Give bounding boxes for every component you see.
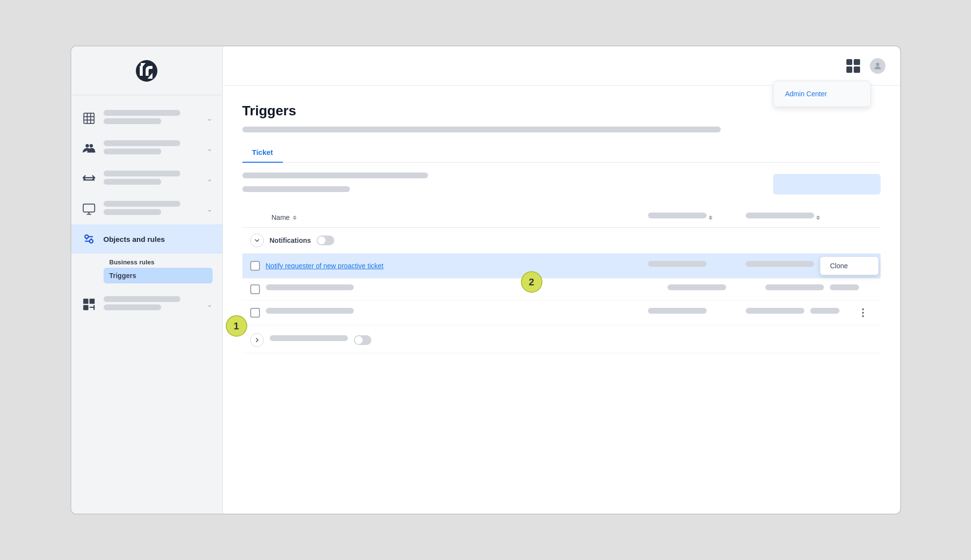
annotation-1: 1 bbox=[226, 315, 247, 337]
sidebar-nav: ⌄ ⌄ bbox=[71, 95, 222, 514]
sidebar-item-objects[interactable]: Objects and rules bbox=[71, 224, 222, 254]
channels-icon bbox=[81, 171, 97, 187]
header-col2 bbox=[648, 213, 746, 222]
objects-nav-label: Objects and rules bbox=[104, 235, 165, 243]
svg-rect-15 bbox=[89, 299, 95, 304]
sort-icon-3[interactable] bbox=[816, 215, 820, 220]
apps-button[interactable] bbox=[844, 57, 862, 75]
row-right-col bbox=[746, 308, 853, 318]
bottom-group-toggle[interactable] bbox=[354, 335, 371, 345]
marketplace-icon bbox=[81, 297, 97, 312]
filter-row bbox=[242, 172, 881, 196]
sort-icon[interactable] bbox=[293, 215, 297, 220]
sidebar-item-workspace[interactable]: ⌄ bbox=[71, 194, 222, 224]
svg-rect-9 bbox=[83, 204, 94, 212]
dropdown-menu: Admin Center bbox=[773, 81, 871, 107]
screen: ⌄ ⌄ bbox=[70, 45, 901, 515]
svg-point-12 bbox=[85, 235, 88, 238]
svg-rect-16 bbox=[83, 305, 88, 310]
header-name: Name bbox=[272, 214, 648, 221]
row-name-col bbox=[266, 284, 668, 294]
marketplace-nav-text bbox=[104, 296, 200, 313]
row-checkbox[interactable] bbox=[250, 308, 260, 318]
chevron-down-icon: ⌄ bbox=[207, 114, 213, 122]
chevron-down-icon: ⌄ bbox=[207, 145, 213, 152]
trigger-link[interactable]: Notify requester of new proactive ticket bbox=[266, 262, 384, 270]
row-right-col bbox=[765, 284, 873, 294]
sidebar-item-channels[interactable]: ⌄ bbox=[71, 164, 222, 194]
filter-left bbox=[242, 172, 428, 196]
clone-menu-item[interactable]: Clone bbox=[820, 257, 878, 275]
tab-ticket[interactable]: Ticket bbox=[242, 142, 283, 162]
chevron-down-icon: ⌄ bbox=[207, 205, 213, 213]
logo-area bbox=[71, 46, 222, 95]
row-mid-col bbox=[668, 284, 765, 294]
sidebar: ⌄ ⌄ bbox=[71, 46, 223, 514]
row-mid-col bbox=[648, 261, 746, 271]
row-checkbox[interactable] bbox=[250, 261, 260, 271]
sub-nav-section-label: Business rules bbox=[104, 254, 213, 268]
svg-point-6 bbox=[89, 144, 93, 148]
chevron-down-icon: ⌄ bbox=[207, 175, 213, 183]
svg-rect-0 bbox=[84, 113, 94, 124]
content-area: Triggers Ticket Name bbox=[223, 86, 900, 514]
table-row bbox=[242, 279, 881, 301]
channels-nav-text bbox=[104, 171, 200, 187]
row-checkbox[interactable] bbox=[250, 284, 260, 294]
workspace-icon bbox=[81, 201, 97, 217]
chevron-down-icon bbox=[254, 237, 260, 243]
chevron-right-icon bbox=[254, 337, 260, 343]
row-name-col: Notify requester of new proactive ticket bbox=[266, 262, 648, 270]
sort-icon-2[interactable] bbox=[709, 215, 712, 220]
table-row bbox=[242, 301, 881, 325]
header-col3 bbox=[746, 213, 853, 222]
people-nav-text bbox=[104, 140, 200, 157]
zendesk-logo bbox=[132, 56, 161, 86]
building-icon bbox=[81, 110, 97, 126]
chevron-down-icon: ⌄ bbox=[207, 301, 213, 308]
annotation-2: 2 bbox=[521, 271, 542, 293]
context-menu: Clone bbox=[820, 257, 879, 275]
building-nav-text bbox=[104, 110, 200, 127]
sub-nav: Business rules Triggers bbox=[71, 254, 222, 283]
group-row-notifications: Notifications bbox=[242, 228, 881, 254]
group-label: Notifications bbox=[270, 237, 311, 244]
group-expand-button[interactable] bbox=[250, 234, 264, 247]
workspace-nav-text bbox=[104, 201, 200, 217]
row-name-col bbox=[266, 308, 648, 318]
svg-rect-14 bbox=[83, 299, 88, 304]
people-icon bbox=[81, 141, 97, 156]
group-row-bottom bbox=[242, 327, 881, 353]
sidebar-item-buildings[interactable]: ⌄ bbox=[71, 103, 222, 133]
admin-center-link[interactable]: Admin Center bbox=[777, 85, 866, 103]
svg-point-13 bbox=[89, 239, 93, 243]
apps-grid-icon bbox=[846, 59, 860, 73]
main-content: Admin Center Triggers Ticket bbox=[223, 46, 900, 514]
tabs: Ticket bbox=[242, 142, 881, 163]
row-mid-col bbox=[648, 308, 746, 318]
row-actions-button[interactable] bbox=[853, 306, 873, 319]
svg-point-5 bbox=[86, 144, 89, 148]
name-label: Name bbox=[272, 214, 290, 221]
svg-point-19 bbox=[876, 63, 879, 66]
row-actions bbox=[853, 306, 873, 319]
user-avatar[interactable] bbox=[870, 58, 885, 74]
sub-nav-item-triggers[interactable]: Triggers bbox=[104, 268, 213, 283]
sidebar-item-people[interactable]: ⌄ bbox=[71, 133, 222, 164]
topbar: Admin Center bbox=[223, 46, 900, 86]
group-toggle[interactable] bbox=[317, 236, 334, 245]
user-icon bbox=[873, 61, 883, 71]
bottom-group-label-skeleton bbox=[270, 335, 348, 341]
table-header: Name bbox=[242, 208, 881, 228]
svg-rect-18 bbox=[93, 305, 94, 310]
objects-icon bbox=[81, 231, 97, 247]
group-expand-button-2[interactable] bbox=[250, 333, 264, 347]
table-row: Notify requester of new proactive ticket bbox=[242, 254, 881, 279]
sidebar-item-marketplace[interactable]: ⌄ bbox=[71, 289, 222, 320]
action-button[interactable] bbox=[773, 174, 881, 194]
subtitle-skeleton bbox=[242, 127, 881, 132]
